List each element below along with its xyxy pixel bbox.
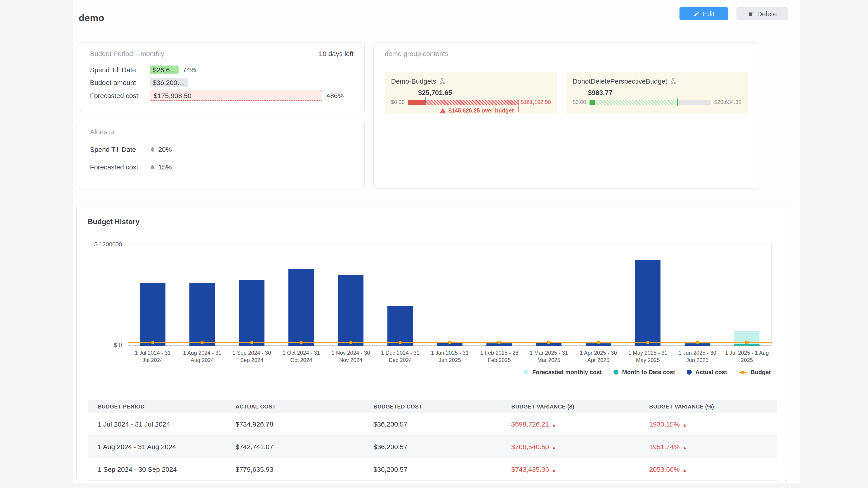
- bar-segment-actual: [388, 306, 413, 346]
- delete-button-label: Delete: [757, 10, 777, 18]
- budget-line-dot: [250, 341, 254, 344]
- alert-spend-label: Spend Till Date: [90, 145, 150, 153]
- legend-item[interactable]: Forecasted monthly cost: [524, 369, 602, 376]
- bar-segment-actual: [338, 275, 364, 346]
- x-axis-label: 1 Jun 2025 - 30 Jun 2025: [673, 350, 722, 364]
- legend-item[interactable]: Budget: [739, 369, 771, 376]
- x-axis-label: 1 May 2025 - 31 May 2025: [623, 350, 673, 364]
- budget-history-card: Budget History $ 1200000 $ 0 1 Jul 2024 …: [76, 205, 787, 482]
- x-axis-label: 1 Jul 2024 - 31 Jul 2024: [128, 350, 178, 364]
- page-title: demo: [79, 13, 104, 24]
- bar-forecast-segment: [426, 100, 518, 105]
- budget-tile[interactable]: DonotDeletePerspectiveBudget $983.77 $0.…: [566, 72, 748, 114]
- alerts-title: Alerts at: [90, 128, 115, 135]
- budget-history-chart: [128, 244, 772, 346]
- alert-spend-value: 20%: [158, 145, 172, 153]
- chart-slot: [425, 244, 474, 346]
- bar-segment-actual: [239, 280, 265, 346]
- alert-forecast-value: 15%: [158, 163, 172, 171]
- table-cell: $743,435.36▲: [501, 458, 639, 481]
- budget-line-dot: [151, 341, 155, 344]
- days-left: 10 days left: [319, 50, 353, 57]
- x-axis-label: 1 Nov 2024 - 30 Nov 2024: [326, 350, 375, 364]
- x-axis-label: 1 Apr 2025 - 30 Apr 2025: [574, 350, 623, 364]
- table-cell: 1 Aug 2024 - 31 Aug 2024: [88, 435, 225, 458]
- budget-period-card: Budget Period – monthly 10 days left Spe…: [79, 42, 365, 112]
- table-row: 1 Sep 2024 - 30 Sep 2024$779,635.93$36,2…: [88, 458, 777, 481]
- delete-button[interactable]: Delete: [737, 7, 788, 20]
- triangle-up-icon: ▲: [682, 445, 687, 450]
- spend-till-date-row: Spend Till Date $26,6... 74%: [90, 65, 353, 74]
- budget-tile[interactable]: Demo-Budgets $25,701.65 $0.00 $161,192.5…: [385, 72, 557, 114]
- budget-period-title: Budget Period – monthly: [90, 50, 164, 57]
- table-cell: 1 Sep 2024 - 30 Sep 2024: [88, 458, 225, 481]
- x-axis-label: 1 Jan 2025 - 31 Jan 2025: [425, 350, 474, 364]
- legend-item[interactable]: Month to Date cost: [614, 369, 675, 376]
- bar-forecast-segment: [595, 100, 677, 105]
- over-budget-row: $145,626.25 over budget: [440, 107, 514, 114]
- legend-label: Month to Date cost: [622, 369, 675, 376]
- table-cell: 2053.66%▲: [639, 458, 777, 481]
- chart-slot: [574, 244, 623, 346]
- budget-tiles: Demo-Budgets $25,701.65 $0.00 $161,192.5…: [385, 72, 748, 114]
- chart-slot: [524, 244, 574, 346]
- group-hierarchy-icon: [439, 78, 445, 84]
- group-contents-card: demo group contents Demo-Budgets $25,701…: [373, 42, 759, 189]
- bar-max-label: $20,634.32: [714, 99, 741, 105]
- forecasted-cost-label: Forecasted cost: [90, 92, 150, 99]
- alert-forecast-row: Forecasted cost 15%: [90, 163, 353, 171]
- budget-history-title: Budget History: [88, 218, 140, 226]
- current-spend-value: $983.77: [588, 89, 612, 96]
- table-row: 1 Jul 2024 - 31 Jul 2024$734,926.78$36,2…: [88, 413, 777, 435]
- spend-till-date-value: $26,6...: [150, 65, 179, 74]
- spend-tick: [595, 96, 596, 105]
- forecasted-cost-value: $175,908.50: [150, 90, 322, 101]
- table-cell: $706,540.50▲: [501, 435, 639, 458]
- x-axis-label: 1 Mar 2025 - 31 Mar 2025: [524, 350, 574, 364]
- table-cell: $698,726.21▲: [501, 413, 639, 435]
- edit-button[interactable]: Edit: [680, 7, 728, 20]
- x-axis-label: 1 Jul 2025 - 1 Aug 2025: [722, 350, 772, 364]
- legend-label: Forecasted monthly cost: [532, 369, 602, 376]
- pencil-icon: [693, 11, 699, 17]
- bar-segment-actual: [140, 283, 165, 346]
- alert-forecast-label: Forecasted cost: [90, 163, 150, 171]
- bar-segment-actual: [289, 269, 314, 346]
- bar-segment-actual: [190, 283, 215, 346]
- bar-min-label: $0.00: [572, 99, 586, 105]
- chart-slot: [623, 244, 673, 346]
- group-contents-title: demo group contents: [385, 50, 448, 57]
- spend-till-date-label: Spend Till Date: [90, 66, 150, 73]
- chart-plot-slots: [128, 244, 772, 346]
- forecast-tick: [677, 98, 678, 106]
- bar-max-label: $161,192.50: [521, 99, 551, 105]
- chart-slot: [227, 244, 276, 346]
- chart-slot: [474, 244, 524, 346]
- chart-slot: [276, 244, 326, 346]
- table-cell: $742,741.07: [225, 435, 364, 458]
- chart-slot: [375, 244, 425, 346]
- chart-slot: [178, 244, 227, 346]
- budget-table-head-row: BUDGET PERIODACTUAL COSTBUDGETED COSTBUD…: [88, 400, 777, 413]
- trash-icon: [748, 11, 754, 17]
- page: demo Edit Delete Budget Period – monthly…: [0, 0, 868, 488]
- bar-spent-segment: [408, 100, 426, 105]
- bar-segment-actual: [635, 260, 660, 346]
- legend-item[interactable]: Actual cost: [687, 369, 727, 376]
- chart-slot: [722, 244, 772, 346]
- legend-marker: [739, 372, 747, 372]
- warning-icon: [440, 108, 446, 113]
- chart-slot: [128, 244, 178, 346]
- table-cell: 1951.74%▲: [639, 435, 777, 458]
- table-row: 1 Aug 2024 - 31 Aug 2024$742,741.07$36,2…: [88, 435, 777, 458]
- bar-spent-segment: [589, 100, 595, 105]
- group-hierarchy-icon: [671, 78, 676, 84]
- budget-history-table: BUDGET PERIODACTUAL COSTBUDGETED COSTBUD…: [88, 400, 777, 481]
- budget-bar: [408, 100, 518, 105]
- table-header-cell: BUDGETED COST: [364, 400, 501, 413]
- current-spend-value: $25,701.65: [418, 89, 452, 96]
- chart-x-labels: 1 Jul 2024 - 31 Jul 20241 Aug 2024 - 31 …: [128, 350, 772, 364]
- bar-min-label: $0.00: [391, 99, 405, 105]
- alert-spend-row: Spend Till Date 20%: [90, 145, 353, 153]
- chart-legend: Forecasted monthly costMonth to Date cos…: [524, 369, 771, 376]
